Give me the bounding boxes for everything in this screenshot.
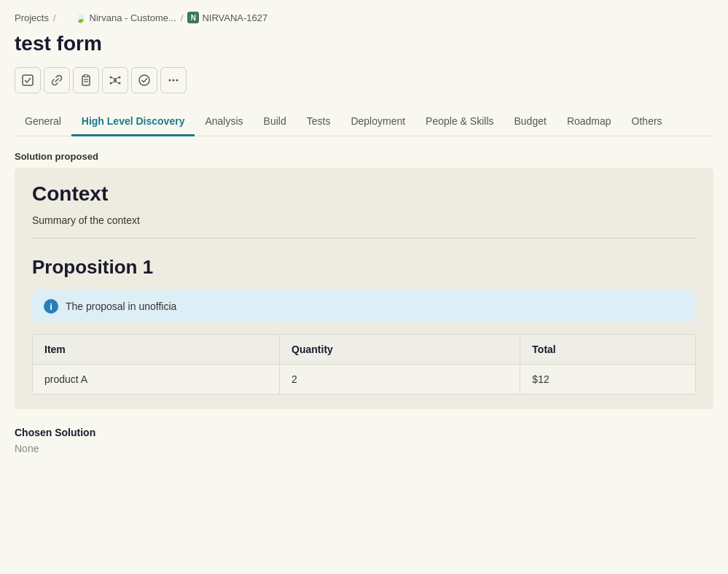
table-cell-total: $12	[520, 365, 696, 395]
tab-people-skills[interactable]: People & Skills	[415, 108, 504, 136]
proposition-heading: Proposition 1	[32, 256, 696, 279]
toolbar-check-circle-button[interactable]	[131, 67, 157, 93]
network-icon	[109, 74, 122, 87]
chosen-solution-section: Chosen Solution None	[15, 427, 713, 454]
page-title: test form	[15, 32, 713, 55]
tab-high-level-discovery[interactable]: High Level Discovery	[71, 108, 195, 136]
proposition-table: Item Quantity Total product A 2 $12	[32, 334, 696, 395]
table-row: product A 2 $12	[33, 365, 696, 395]
svg-point-18	[173, 79, 175, 82]
ticket-icon: N	[187, 12, 199, 23]
breadcrumb-sep1: /	[53, 12, 56, 23]
table-col-item: Item	[33, 335, 280, 365]
table-col-total: Total	[520, 335, 696, 365]
toolbar-clipboard-button[interactable]	[73, 67, 99, 93]
svg-point-17	[169, 79, 171, 82]
nirvana-leaf-icon: 🍃	[75, 12, 87, 23]
svg-text:🍃: 🍃	[75, 12, 86, 23]
checklist-icon	[21, 74, 34, 87]
card-divider	[32, 238, 696, 238]
chosen-solution-value: None	[15, 443, 713, 454]
breadcrumb-ticket-label: NIRVANA-1627	[202, 12, 267, 23]
context-heading: Context	[32, 182, 696, 206]
tab-build[interactable]: Build	[254, 108, 297, 136]
main-card: Context Summary of the context Propositi…	[15, 168, 713, 409]
svg-rect-2	[23, 75, 33, 85]
info-banner: i The proposal in unofficia	[32, 290, 696, 322]
solution-proposed-label: Solution proposed	[15, 151, 713, 162]
toolbar-network-button[interactable]	[102, 67, 128, 93]
breadcrumb-sep2: /	[181, 12, 184, 23]
clipboard-icon	[79, 74, 93, 87]
tab-budget[interactable]: Budget	[504, 108, 557, 136]
toolbar-link-button[interactable]	[44, 67, 70, 93]
svg-text:🚀: 🚀	[60, 12, 72, 23]
context-description: Summary of the context	[32, 214, 696, 226]
link-icon	[50, 74, 63, 87]
info-text: The proposal in unofficia	[66, 300, 176, 312]
check-circle-icon	[138, 74, 151, 87]
tab-general[interactable]: General	[15, 108, 71, 136]
table-cell-item: product A	[33, 365, 280, 395]
tab-tests[interactable]: Tests	[297, 108, 341, 136]
page-container: Projects / 🚀 🍃 Nirvana - Custome... / N …	[0, 0, 728, 466]
toolbar-checklist-button[interactable]	[15, 67, 41, 93]
breadcrumb-nirvana-label: Nirvana - Custome...	[90, 12, 176, 23]
tab-analysis[interactable]: Analysis	[195, 108, 253, 136]
breadcrumb-projects[interactable]: Projects	[15, 12, 49, 23]
table-col-quantity: Quantity	[280, 335, 520, 365]
tabs-nav: General High Level Discovery Analysis Bu…	[15, 108, 713, 136]
chosen-solution-label: Chosen Solution	[15, 427, 713, 438]
breadcrumb-nirvana[interactable]: 🚀 🍃 Nirvana - Custome...	[60, 12, 176, 23]
tab-roadmap[interactable]: Roadmap	[557, 108, 622, 136]
table-cell-quantity: 2	[280, 365, 520, 395]
toolbar-more-button[interactable]	[160, 67, 187, 93]
breadcrumb-ticket[interactable]: N NIRVANA-1627	[187, 12, 267, 23]
svg-point-7	[114, 79, 117, 82]
svg-rect-4	[85, 75, 88, 77]
table-header-row: Item Quantity Total	[33, 335, 696, 365]
breadcrumb: Projects / 🚀 🍃 Nirvana - Custome... / N …	[15, 12, 713, 23]
rocket-icon: 🚀	[60, 12, 72, 23]
more-icon	[167, 74, 180, 87]
tab-deployment[interactable]: Deployment	[340, 108, 415, 136]
svg-point-19	[176, 79, 179, 82]
info-icon: i	[44, 299, 58, 314]
content-area: Solution proposed Context Summary of the…	[15, 136, 713, 454]
toolbar	[15, 67, 713, 93]
tab-others[interactable]: Others	[622, 108, 673, 136]
svg-point-16	[139, 75, 149, 85]
